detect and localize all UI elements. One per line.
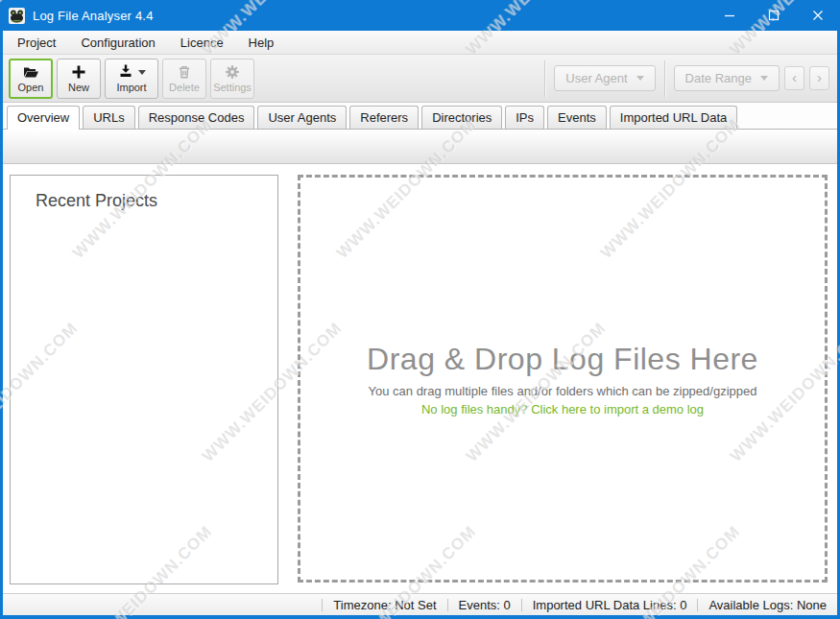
import-button[interactable]: Import [105,59,158,99]
toolbar: Open New [3,55,837,103]
menu-configuration[interactable]: Configuration [68,31,167,54]
menu-licence[interactable]: Licence [168,31,236,54]
settings-button-label: Settings [213,82,252,93]
open-button-label: Open [18,82,44,93]
open-button[interactable]: Open [9,59,53,99]
import-button-label: Import [116,82,146,93]
toolbar-separator [544,60,545,97]
app-window: Log File Analyser 4.4 Project Configurat… [0,0,840,619]
toolbar-right: User Agent Date Range ‹ › [536,60,829,97]
statusbar-separator [521,599,522,611]
tab-sub-toolbar [3,130,837,164]
new-button[interactable]: New [57,59,101,99]
minimize-button[interactable] [708,0,752,31]
recent-projects-panel: Recent Projects [10,175,278,584]
tab-response-codes[interactable]: Response Codes [138,106,255,129]
new-button-label: New [68,82,89,93]
settings-button[interactable]: Settings [210,59,254,99]
statusbar-separator [322,599,323,611]
toolbar-separator [664,60,665,97]
status-imported-url-data-lines: Imported URL Data Lines: 0 [533,598,687,612]
prev-date-button[interactable]: ‹ [784,66,804,90]
recent-projects-title: Recent Projects [36,191,277,211]
chevron-down-icon [760,76,768,81]
menubar: Project Configuration Licence Help [3,31,837,55]
close-button[interactable] [796,0,840,31]
app-body: Project Configuration Licence Help Open [3,31,837,615]
tab-referers[interactable]: Referers [349,106,419,129]
tabstrip: Overview URLs Response Codes User Agents… [3,103,837,130]
delete-button-label: Delete [169,82,200,93]
next-date-button[interactable]: › [809,66,829,90]
window-controls [708,0,840,31]
user-agent-dropdown-label: User Agent [565,71,627,85]
date-range-dropdown[interactable]: Date Range [674,65,780,91]
titlebar: Log File Analyser 4.4 [0,0,840,31]
chevron-right-icon: › [817,69,822,85]
chevron-down-icon [636,76,644,81]
menu-project[interactable]: Project [5,31,68,54]
import-demo-log-link[interactable]: No log files handy? Click here to import… [421,402,704,417]
tab-urls[interactable]: URLs [83,106,135,129]
menu-help[interactable]: Help [236,31,287,54]
dropzone-subtext: You can drag multiple files and/or folde… [369,384,757,398]
statusbar-separator [697,599,698,611]
status-available-logs: Available Logs: None [708,598,827,612]
main-content: Recent Projects Drag & Drop Log Files He… [3,164,837,593]
tab-imported-url-data[interactable]: Imported URL Data [610,106,738,129]
tab-user-agents[interactable]: User Agents [257,106,347,129]
import-icon [118,63,133,81]
open-folder-icon [22,63,39,81]
import-dropdown-caret-icon[interactable] [138,70,146,75]
statusbar: Timezone: Not Set Events: 0 Imported URL… [3,593,837,615]
user-agent-dropdown[interactable]: User Agent [554,65,655,91]
frog-logo-icon [9,8,25,24]
chevron-left-icon: ‹ [792,69,797,85]
gear-icon [225,63,240,81]
plus-icon [71,63,86,81]
tab-directories[interactable]: Directories [421,106,502,129]
date-range-dropdown-label: Date Range [685,71,752,85]
delete-button[interactable]: Delete [162,59,206,99]
maximize-button[interactable] [752,0,796,31]
dropzone-heading: Drag & Drop Log Files Here [367,342,758,377]
status-timezone: Timezone: Not Set [333,598,436,612]
tab-overview[interactable]: Overview [7,106,80,130]
trash-icon [177,63,192,81]
tab-events[interactable]: Events [547,106,607,129]
window-title: Log File Analyser 4.4 [33,9,154,23]
tab-ips[interactable]: IPs [505,106,544,129]
log-file-dropzone[interactable]: Drag & Drop Log Files Here You can drag … [298,175,828,583]
statusbar-separator [447,599,448,611]
status-events: Events: 0 [459,598,511,612]
